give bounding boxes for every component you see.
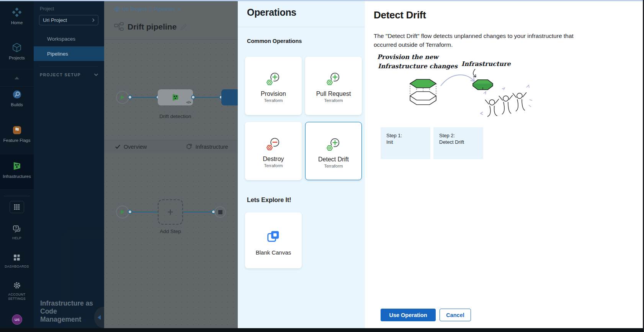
help-chat-icon: ? <box>12 224 21 233</box>
avatar-initials: US <box>15 317 20 322</box>
port-dot <box>128 95 132 99</box>
hexagon-icon <box>186 143 192 150</box>
sidebar-item-label: Pipelines <box>47 51 68 57</box>
breadcrumb-separator: > <box>149 6 152 12</box>
pipeline-icon <box>114 22 124 31</box>
window-top-edge <box>0 0 644 1</box>
nav-item-projects[interactable]: Projects <box>0 42 34 60</box>
user-avatar[interactable]: US <box>12 314 22 325</box>
use-operation-label: Use Operation <box>389 312 427 318</box>
stage-tabbar: Overview Infrastructure <box>104 140 238 153</box>
nav-label: DASHBOARDS <box>5 265 29 269</box>
drawer-divider <box>238 27 365 27</box>
operation-card-detect-drift[interactable]: Detect Drift Terraform <box>305 122 362 180</box>
breadcrumb-separator: > <box>177 6 180 12</box>
provision-terraform-icon <box>265 71 282 87</box>
svg-text:Infrastructure changes: Infrastructure changes <box>378 62 458 70</box>
blank-canvas-card[interactable]: Blank Canvas <box>245 212 302 268</box>
infrastructure-stage-icon <box>171 93 180 102</box>
operation-card-destroy[interactable]: Destroy Terraform <box>245 122 302 180</box>
operation-name: Destroy <box>263 156 284 163</box>
nav-item-feature-flags[interactable]: Feature Flags <box>0 125 34 143</box>
pull-request-terraform-icon <box>325 71 342 87</box>
breadcrumb: Uri Project > Pipelines > <box>114 6 180 12</box>
use-operation-button[interactable]: Use Operation <box>381 309 436 321</box>
project-section-label: Project <box>40 6 54 12</box>
sidebar-item-pipelines[interactable]: Pipelines <box>34 46 104 61</box>
pipeline-start-node[interactable] <box>116 91 129 104</box>
project-setup-toggle[interactable]: PROJECT SETUP <box>40 72 98 77</box>
stage-label: Drift detection <box>147 113 204 119</box>
blank-canvas-icon <box>266 229 281 244</box>
breadcrumb-pipelines-link[interactable]: Pipelines <box>154 6 175 12</box>
nav-item-infrastructures[interactable]: Infrastructures <box>0 161 34 179</box>
step-name: Detect Drift <box>439 139 483 145</box>
sidebar-item-workspaces[interactable]: Workspaces <box>34 32 104 45</box>
detect-drift-illustration: Provision the new Infrastructure changes… <box>373 51 533 123</box>
nav-collapse-section[interactable] <box>0 69 34 87</box>
plus-icon: + <box>167 206 173 218</box>
project-selector[interactable]: Uri Project <box>39 15 98 25</box>
play-icon <box>120 95 125 100</box>
add-step-label: Add Step <box>142 228 199 234</box>
detect-drift-terraform-icon <box>325 137 342 153</box>
canvas-header: Uri Project > Pipelines > Drift pipeline <box>104 0 238 39</box>
operation-subtitle: Terraform <box>324 98 343 103</box>
projects-cube-icon <box>11 42 22 53</box>
operation-subtitle: Terraform <box>264 163 283 168</box>
triangle-up-icon <box>15 77 19 79</box>
pipeline-start-node-2[interactable] <box>116 205 129 219</box>
selected-stage-node[interactable] <box>221 89 238 105</box>
nav-item-builds[interactable]: Builds <box>0 89 34 107</box>
tab-overview[interactable]: Overview <box>115 144 147 150</box>
nav-label: Projects <box>9 56 25 60</box>
project-cube-icon <box>114 6 120 12</box>
window-bottom-bar <box>0 328 644 332</box>
chevron-down-icon <box>94 73 98 76</box>
stage-node-drift-detection[interactable]: </> <box>158 89 193 105</box>
builds-icon <box>12 89 22 100</box>
operation-card-provision[interactable]: Provision Terraform <box>245 57 302 115</box>
nav-divider <box>4 196 30 196</box>
detail-title: Detect Drift <box>374 9 426 21</box>
edit-pencil-icon[interactable] <box>180 23 187 31</box>
chevron-right-icon <box>92 18 95 22</box>
nav-item-home[interactable]: Home <box>0 7 34 25</box>
app-window: Home Projects Builds Feature Flags <box>0 0 644 332</box>
project-setup-label: PROJECT SETUP <box>40 72 81 77</box>
feature-flags-icon <box>12 125 22 135</box>
grid-icon <box>13 204 20 210</box>
drawer-title: Operations <box>247 7 296 18</box>
step-card-1: Step 1: Init <box>381 127 430 159</box>
tab-label: Overview <box>124 144 147 150</box>
left-nav: Home Projects Builds Feature Flags <box>0 0 34 328</box>
sidebar-divider <box>39 66 98 67</box>
nav-label: Feature Flags <box>3 138 31 143</box>
stop-square-icon <box>218 210 222 214</box>
gear-icon <box>13 281 21 290</box>
pipeline-title-row: Drift pipeline <box>114 22 187 31</box>
operation-card-pull-request[interactable]: Pull Request Terraform <box>305 57 362 115</box>
port-dot <box>191 95 195 99</box>
pipeline-edge <box>130 212 158 213</box>
tab-infrastructure[interactable]: Infrastructure <box>186 143 228 150</box>
nav-item-account-settings[interactable]: ACCOUNT SETTINGS <box>0 281 34 301</box>
nav-item-dashboards[interactable]: DASHBOARDS <box>0 253 34 269</box>
check-icon <box>115 144 121 150</box>
operation-name: Pull Request <box>316 90 351 97</box>
detail-description: The "Detect Drift" flow detects unplanne… <box>374 31 596 49</box>
breadcrumb-project-link[interactable]: Uri Project <box>122 6 146 12</box>
sidebar-item-label: Workspaces <box>47 36 75 42</box>
explore-heading: Lets Explore It! <box>247 197 291 204</box>
nav-label: Infrastructures <box>3 174 31 179</box>
module-picker-button[interactable] <box>10 201 24 213</box>
operation-name: Provision <box>261 90 286 97</box>
add-step-button[interactable]: + <box>158 199 183 225</box>
nav-item-help[interactable]: ? HELP <box>0 224 34 240</box>
cancel-button[interactable]: Cancel <box>440 309 471 321</box>
operation-subtitle: Terraform <box>324 164 343 168</box>
pipeline-end-node <box>214 206 226 218</box>
nav-label: Home <box>11 20 23 25</box>
nav-label: Builds <box>11 102 23 107</box>
tab-label: Infrastructure <box>195 144 228 150</box>
